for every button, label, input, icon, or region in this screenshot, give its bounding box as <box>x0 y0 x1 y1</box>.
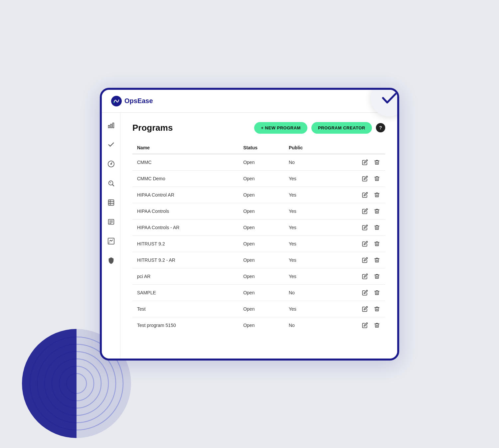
app-body: 2K Programs + NEW PROGRAM PROGRAM CREATO… <box>102 113 397 359</box>
cell-public: Yes <box>284 301 330 317</box>
sidebar-item-list[interactable] <box>105 216 117 228</box>
delete-button[interactable] <box>373 305 381 313</box>
col-header-public: Public <box>284 142 330 154</box>
cell-actions <box>330 301 385 317</box>
sidebar-item-shield[interactable] <box>105 254 117 266</box>
logo-icon <box>111 96 122 106</box>
sidebar-item-gauge[interactable] <box>105 158 117 170</box>
sidebar-item-search[interactable] <box>105 177 117 189</box>
program-creator-button[interactable]: PROGRAM CREATOR <box>311 122 372 134</box>
cell-actions <box>330 284 385 301</box>
edit-button[interactable] <box>361 256 369 264</box>
svg-rect-16 <box>108 200 114 205</box>
edit-button[interactable] <box>361 240 369 247</box>
delete-button[interactable] <box>373 273 381 280</box>
table-row: pci AR Open Yes <box>132 268 385 284</box>
edit-button[interactable] <box>361 208 369 215</box>
cell-actions <box>330 317 385 333</box>
cell-name: HIPAA Control AR <box>132 187 239 203</box>
cell-status: Open <box>239 187 284 203</box>
edit-button[interactable] <box>361 191 369 199</box>
cell-public: Yes <box>284 252 330 268</box>
sidebar-item-metrics[interactable]: 2K <box>105 235 117 247</box>
edit-button[interactable] <box>361 322 369 329</box>
help-button[interactable]: ? <box>376 123 385 132</box>
edit-button[interactable] <box>361 224 369 231</box>
cell-name: Test program 5150 <box>132 317 239 333</box>
cell-actions <box>330 154 385 171</box>
cell-name: CMMC <box>132 154 239 171</box>
logo-text: OpsEase <box>124 97 153 105</box>
sidebar: 2K <box>102 113 120 359</box>
sidebar-item-table[interactable] <box>105 197 117 209</box>
delete-button[interactable] <box>373 224 381 231</box>
col-header-actions <box>330 142 385 154</box>
cell-status: Open <box>239 252 284 268</box>
svg-point-5 <box>59 366 94 401</box>
app-header: OpsEase <box>102 90 397 113</box>
cell-status: Open <box>239 170 284 187</box>
delete-button[interactable] <box>373 175 381 182</box>
cell-public: No <box>284 284 330 301</box>
cell-name: pci AR <box>132 268 239 284</box>
svg-rect-8 <box>20 327 77 440</box>
sidebar-item-check[interactable] <box>105 139 117 151</box>
delete-button[interactable] <box>373 240 381 247</box>
cell-public: Yes <box>284 268 330 284</box>
cell-public: No <box>284 154 330 171</box>
main-card: OpsEase <box>100 88 399 361</box>
svg-point-3 <box>45 352 108 415</box>
table-row: Test program 5150 Open No <box>132 317 385 333</box>
table-row: CMMC Open No <box>132 154 385 171</box>
col-header-status: Status <box>239 142 284 154</box>
cell-actions <box>330 268 385 284</box>
cell-status: Open <box>239 317 284 333</box>
delete-button[interactable] <box>373 159 381 166</box>
delete-button[interactable] <box>373 256 381 264</box>
edit-button[interactable] <box>361 159 369 166</box>
edit-button[interactable] <box>361 289 369 296</box>
logo-area: OpsEase <box>111 96 153 106</box>
edit-button[interactable] <box>361 273 369 280</box>
edit-button[interactable] <box>361 305 369 313</box>
cell-public: Yes <box>284 219 330 235</box>
delete-button[interactable] <box>373 289 381 296</box>
delete-button[interactable] <box>373 208 381 215</box>
cell-actions <box>330 219 385 235</box>
cell-status: Open <box>239 203 284 219</box>
cell-public: Yes <box>284 203 330 219</box>
sidebar-item-analytics[interactable] <box>105 119 117 131</box>
cell-status: Open <box>239 301 284 317</box>
svg-rect-11 <box>108 125 109 128</box>
cell-status: Open <box>239 154 284 171</box>
cell-name: HIPAA Controls <box>132 203 239 219</box>
table-row: SAMPLE Open No <box>132 284 385 301</box>
svg-point-10 <box>113 101 115 103</box>
svg-rect-12 <box>110 124 112 128</box>
cell-actions <box>330 203 385 219</box>
cell-status: Open <box>239 235 284 252</box>
cell-name: HITRUST 9.2 <box>132 235 239 252</box>
cell-name: CMMC Demo <box>132 170 239 187</box>
delete-button[interactable] <box>373 322 381 329</box>
cell-name: HITRUST 9.2 - AR <box>132 252 239 268</box>
svg-text:2K: 2K <box>108 242 110 244</box>
cell-actions <box>330 187 385 203</box>
programs-table: Name Status Public CMMC Open No <box>132 142 385 333</box>
cell-status: Open <box>239 219 284 235</box>
svg-rect-13 <box>112 123 114 128</box>
new-program-button[interactable]: + NEW PROGRAM <box>254 122 307 134</box>
table-row: HIPAA Controls - AR Open Yes <box>132 219 385 235</box>
table-row: HITRUST 9.2 Open Yes <box>132 235 385 252</box>
cell-public: Yes <box>284 170 330 187</box>
cell-actions <box>330 252 385 268</box>
delete-button[interactable] <box>373 191 381 199</box>
page-title: Programs <box>132 123 173 133</box>
programs-header: Programs + NEW PROGRAM PROGRAM CREATOR ? <box>132 122 385 134</box>
cell-public: Yes <box>284 187 330 203</box>
table-row: HIPAA Controls Open Yes <box>132 203 385 219</box>
svg-point-6 <box>67 373 86 393</box>
table-row: CMMC Demo Open Yes <box>132 170 385 187</box>
table-row: HIPAA Control AR Open Yes <box>132 187 385 203</box>
edit-button[interactable] <box>361 175 369 182</box>
